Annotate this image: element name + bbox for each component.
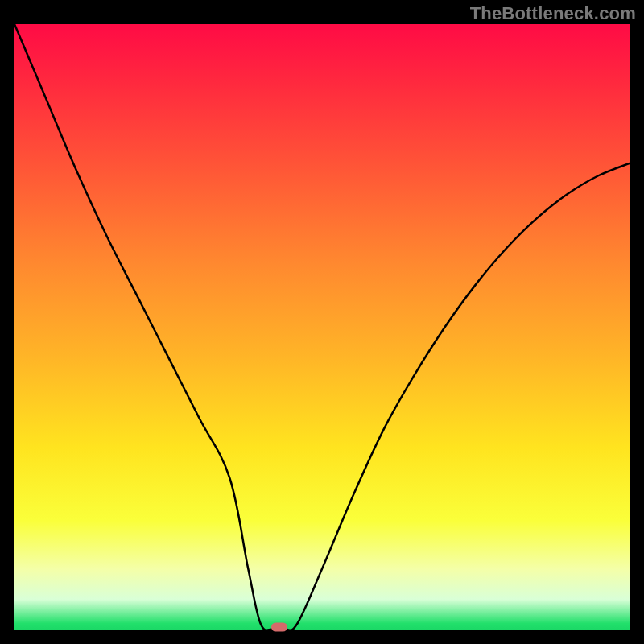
bottleneck-curve bbox=[14, 24, 630, 630]
optimal-point-marker bbox=[271, 623, 287, 632]
plot-area bbox=[14, 24, 630, 630]
attribution-label: TheBottleneck.com bbox=[470, 3, 636, 24]
chart-frame: TheBottleneck.com bbox=[0, 0, 644, 644]
